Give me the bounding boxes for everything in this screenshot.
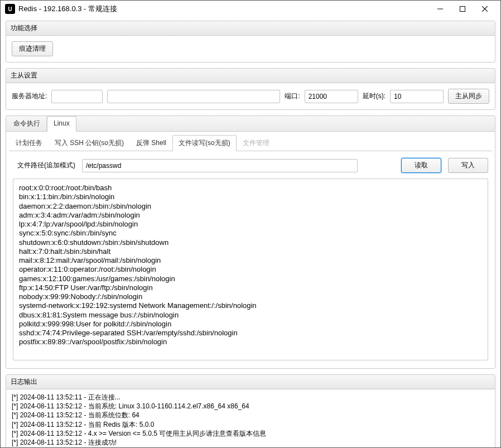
read-button[interactable]: 读取 — [401, 158, 441, 173]
close-icon — [482, 6, 488, 12]
write-button[interactable]: 写入 — [448, 158, 488, 173]
log-panel: 日志输出 [*] 2024-08-11 13:52:11 - 正在连接... [… — [6, 374, 495, 448]
tabstrip: 命令执行 Linux — [6, 116, 495, 132]
subtab-rshell[interactable]: 反弹 Shell — [130, 135, 172, 151]
window-title: Redis - 192.168.0.3 - 常规连接 — [18, 4, 117, 14]
server-address-input[interactable] — [107, 90, 280, 103]
master-slave-title: 主从设置 — [6, 69, 495, 83]
port-label: 端口: — [285, 91, 300, 101]
sync-button[interactable]: 主从同步 — [448, 89, 489, 104]
tab-cmd[interactable]: 命令执行 — [7, 116, 47, 131]
minimize-button[interactable] — [429, 1, 451, 17]
maximize-icon — [460, 6, 465, 12]
file-row: 文件路径(追加模式) 读取 写入 — [9, 151, 492, 179]
file-path-input[interactable] — [82, 159, 358, 172]
subtab-rw[interactable]: 文件读写(so无损) — [172, 135, 237, 151]
file-content-output[interactable]: root:x:0:0:root:/root:/bin/bash bin:x:1:… — [13, 179, 488, 360]
delay-input[interactable] — [390, 90, 444, 103]
subtab-fm: 文件管理 — [237, 135, 276, 151]
close-button[interactable] — [474, 1, 496, 17]
minimize-icon — [437, 6, 443, 12]
maximize-button[interactable] — [451, 1, 474, 17]
port-input[interactable] — [305, 90, 358, 103]
tab-linux[interactable]: Linux — [47, 116, 76, 132]
svg-rect-1 — [460, 7, 465, 12]
log-title: 日志输出 — [6, 375, 495, 389]
server-address-short-input[interactable] — [51, 90, 103, 103]
main-tabs: 命令执行 Linux 计划任务 写入 SSH 公钥(so无损) 反弹 Shell… — [6, 115, 495, 369]
function-panel: 功能选择 痕迹清理 — [6, 21, 495, 62]
subtab-ssh[interactable]: 写入 SSH 公钥(so无损) — [49, 135, 130, 151]
titlebar: U Redis - 192.168.0.3 - 常规连接 — [1, 1, 500, 17]
subtabstrip: 计划任务 写入 SSH 公钥(so无损) 反弹 Shell 文件读写(so无损)… — [9, 135, 492, 151]
log-output[interactable]: [*] 2024-08-11 13:52:11 - 正在连接... [*] 20… — [6, 389, 495, 448]
server-address-label: 服务器地址: — [12, 91, 47, 101]
delay-label: 延时(s): — [363, 91, 386, 101]
function-panel-title: 功能选择 — [6, 21, 495, 36]
trace-clear-button[interactable]: 痕迹清理 — [12, 41, 53, 56]
app-icon: U — [5, 4, 15, 14]
master-slave-panel: 主从设置 服务器地址: 端口: 延时(s): 主从同步 — [6, 68, 495, 110]
file-path-label: 文件路径(追加模式) — [17, 161, 75, 170]
subtab-cron[interactable]: 计划任务 — [9, 135, 49, 151]
